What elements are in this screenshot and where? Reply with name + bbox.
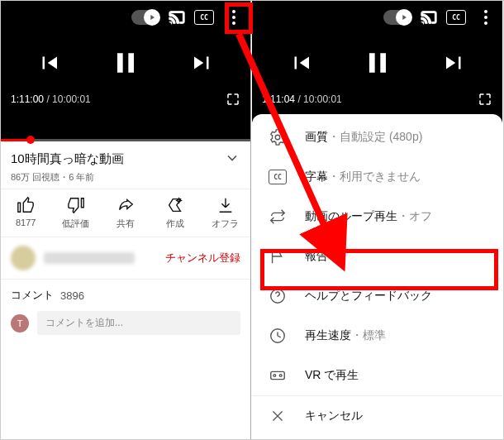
gear-icon <box>269 128 287 146</box>
action-bar: 8177 低評価 共有 作成 オフラ <box>1 189 250 237</box>
share-icon <box>116 196 135 214</box>
svg-point-5 <box>279 375 282 377</box>
share-button[interactable]: 共有 <box>101 196 150 230</box>
svg-point-4 <box>273 375 276 377</box>
fullscreen-button[interactable] <box>478 92 492 107</box>
more-vert-icon <box>484 10 487 25</box>
next-button[interactable] <box>442 50 467 75</box>
phone-left: CC 1:11:00 / 10:00:01 <box>1 1 251 439</box>
channel-avatar <box>11 246 36 270</box>
cast-icon[interactable] <box>168 8 186 26</box>
video-stats: 86万 回視聴・6 年前 <box>11 171 240 184</box>
highlight-loop-item <box>260 249 498 290</box>
video-meta[interactable]: 10時間真っ暗な動画 86万 回視聴・6 年前 <box>1 141 250 189</box>
video-player: CC 1:11:00 / 10:00:01 <box>1 1 250 141</box>
autoplay-toggle[interactable] <box>383 10 411 25</box>
subscribe-button[interactable]: チャンネル登録 <box>165 251 240 265</box>
video-title: 10時間真っ暗な動画 <box>11 151 124 167</box>
channel-row[interactable]: チャンネル登録 <box>1 237 250 280</box>
menu-quality[interactable]: 画質・自動設定 (480p) <box>252 117 502 157</box>
dislike-button[interactable]: 低評価 <box>50 196 100 230</box>
cc-icon: CC <box>269 168 287 186</box>
fullscreen-button[interactable] <box>226 92 240 107</box>
offline-button[interactable]: オフラ <box>201 196 250 230</box>
next-button[interactable] <box>190 50 215 75</box>
close-icon <box>269 407 287 425</box>
expand-icon <box>224 150 240 169</box>
comments-label: コメント <box>11 288 54 303</box>
pause-button[interactable] <box>109 46 142 79</box>
menu-captions[interactable]: CC 字幕・利用できません <box>252 157 502 197</box>
phone-right: CC 1:11:04 / 10:00:01 10時間真っ暗な動画 <box>252 1 502 439</box>
autoplay-toggle[interactable] <box>131 10 159 25</box>
svg-point-0 <box>275 135 280 140</box>
menu-loop[interactable]: 動画のループ再生・オフ <box>252 197 502 237</box>
create-button[interactable]: 作成 <box>150 196 200 230</box>
comments-section[interactable]: コメント 3896 T コメントを追加... <box>1 280 250 343</box>
speed-icon <box>269 327 287 345</box>
vr-icon <box>269 366 287 385</box>
download-icon <box>216 196 235 214</box>
captions-icon[interactable]: CC <box>194 10 214 25</box>
menu-speed[interactable]: 再生速度・標準 <box>252 316 502 356</box>
like-button[interactable]: 8177 <box>1 196 50 230</box>
more-options-button[interactable] <box>474 6 497 29</box>
captions-icon[interactable]: CC <box>446 10 466 25</box>
cast-icon[interactable] <box>420 8 438 26</box>
time-display: 1:11:04 / 10:00:01 <box>262 93 342 105</box>
channel-name <box>44 252 135 264</box>
pause-button[interactable] <box>361 46 394 79</box>
comment-input[interactable]: コメントを追加... <box>37 311 240 335</box>
user-avatar: T <box>11 314 29 332</box>
loop-icon <box>269 208 287 226</box>
previous-button[interactable] <box>288 50 313 75</box>
previous-button[interactable] <box>36 50 61 75</box>
menu-cancel[interactable]: キャンセル <box>252 395 502 436</box>
svg-rect-3 <box>271 371 285 379</box>
comments-count: 3896 <box>60 289 84 302</box>
highlight-more-button <box>225 2 253 34</box>
menu-vr[interactable]: VR で再生 <box>252 356 502 395</box>
create-icon <box>166 196 184 214</box>
thumb-up-icon <box>17 196 35 214</box>
thumb-down-icon <box>67 196 85 214</box>
time-display: 1:11:00 / 10:00:01 <box>11 93 91 105</box>
progress-bar[interactable] <box>1 139 250 141</box>
